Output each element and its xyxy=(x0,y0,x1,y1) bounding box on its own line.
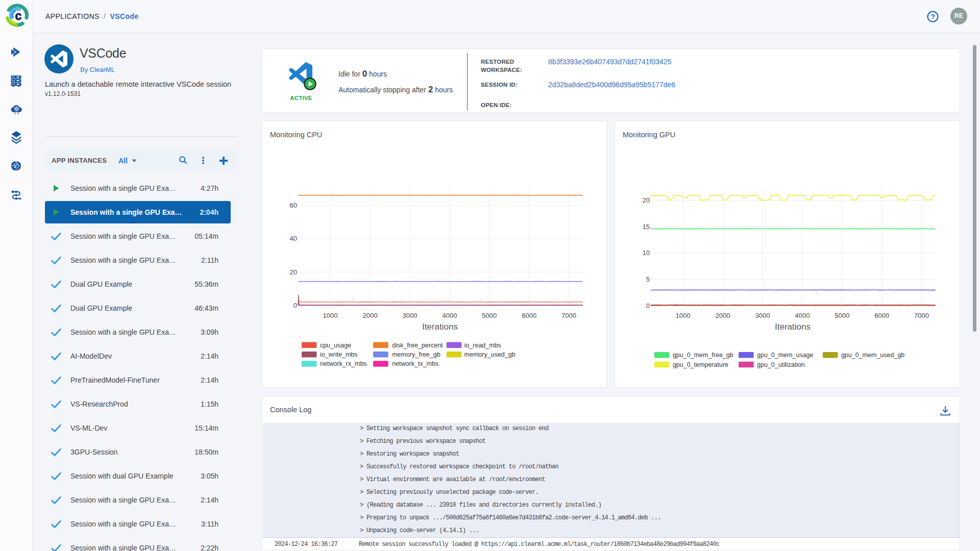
svg-text:c: c xyxy=(15,9,22,22)
svg-text:disk_free_percent: disk_free_percent xyxy=(392,342,443,349)
svg-text:10: 10 xyxy=(643,249,650,257)
svg-text:network_rx_mbs: network_rx_mbs xyxy=(320,360,367,367)
svg-text:0: 0 xyxy=(646,302,650,310)
svg-text:4000: 4000 xyxy=(795,312,810,319)
svg-text:6000: 6000 xyxy=(522,312,536,319)
svg-text:5: 5 xyxy=(646,276,650,283)
svg-text:2000: 2000 xyxy=(363,312,378,319)
svg-text:memory_used_gb: memory_used_gb xyxy=(464,351,516,358)
svg-text:?: ? xyxy=(930,13,935,20)
svg-text:Iterations: Iterations xyxy=(775,322,811,332)
svg-text:20: 20 xyxy=(643,196,650,204)
svg-text:1000: 1000 xyxy=(676,312,691,319)
svg-text:7000: 7000 xyxy=(561,312,576,319)
svg-text:gpu_0_temperature: gpu_0_temperature xyxy=(673,361,728,368)
svg-text:2000: 2000 xyxy=(716,312,730,319)
svg-text:cpu_usage: cpu_usage xyxy=(320,342,351,349)
svg-text:3000: 3000 xyxy=(755,312,770,319)
svg-text:6000: 6000 xyxy=(874,312,889,319)
svg-text:3000: 3000 xyxy=(403,312,418,319)
svg-text:7000: 7000 xyxy=(914,312,929,319)
svg-text:network_tx_mbs: network_tx_mbs xyxy=(392,360,438,367)
svg-text:io_write_mbs: io_write_mbs xyxy=(320,351,358,358)
svg-text:0: 0 xyxy=(293,302,297,309)
svg-text:60: 60 xyxy=(290,202,297,209)
svg-text:Iterations: Iterations xyxy=(422,322,458,332)
svg-text:memory_free_gb: memory_free_gb xyxy=(392,351,440,358)
svg-text:gpu_0_mem_free_gb: gpu_0_mem_free_gb xyxy=(673,352,733,359)
svg-text:5000: 5000 xyxy=(482,312,497,319)
svg-text:15: 15 xyxy=(643,223,650,231)
svg-text:4000: 4000 xyxy=(443,312,457,319)
svg-text:5000: 5000 xyxy=(835,312,849,319)
svg-text:gpu_0_mem_used_gb: gpu_0_mem_used_gb xyxy=(841,352,904,359)
svg-text:gpu_0_mem_usage: gpu_0_mem_usage xyxy=(757,352,814,359)
svg-text:io_read_mbs: io_read_mbs xyxy=(464,342,501,349)
svg-text:20: 20 xyxy=(290,268,297,276)
svg-text:gpu_0_utilization: gpu_0_utilization xyxy=(757,361,805,368)
svg-text:40: 40 xyxy=(290,235,297,242)
svg-text:1000: 1000 xyxy=(323,312,338,319)
